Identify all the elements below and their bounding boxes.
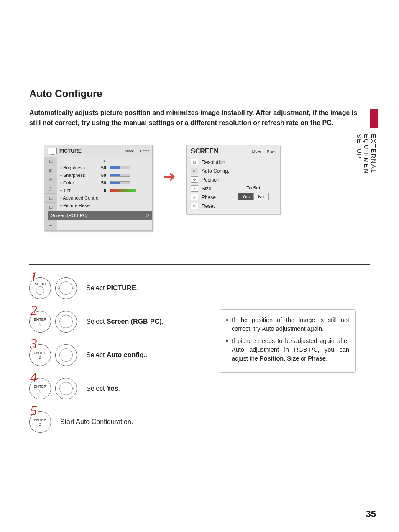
menu-item-label: • Brightness: [60, 165, 94, 170]
tip-bold: Position: [260, 355, 284, 362]
hint-enter: Enter: [140, 149, 149, 153]
screen-menu: SCREEN Move Prev. ⊞Resolution ⟳Auto Conf…: [186, 145, 280, 214]
step-text: Select PICTURE.: [86, 284, 138, 292]
menu-item-label: • Tint: [60, 188, 94, 193]
step-text: Select Screen (RGB-PC).: [86, 318, 164, 325]
screen-item-label: Phase: [202, 194, 216, 200]
slider-bar: [110, 174, 130, 177]
menu-item-label: • Sharpness: [60, 173, 94, 178]
section-label: EXTERNAL EQUIPMENT SETUP: [356, 134, 377, 179]
no-button[interactable]: No: [253, 193, 269, 200]
to-set-label: To Set: [230, 185, 276, 190]
yes-button[interactable]: Yes: [238, 193, 253, 200]
step-number: 5: [30, 403, 37, 419]
page-title: Auto Configure: [29, 88, 370, 100]
screen-menu-header: SCREEN Move Prev.: [187, 145, 280, 158]
menu-item-advanced[interactable]: • Advanced Control: [60, 194, 149, 202]
divider: [29, 264, 370, 265]
intro-text: Automatically adjusts picture position a…: [29, 108, 370, 128]
hint-move: Move: [125, 149, 134, 153]
menu-item-sharpness[interactable]: • Sharpness 50: [60, 171, 149, 179]
picture-menu-header: PICTURE Move Enter: [44, 145, 152, 157]
picture-menu-title: PICTURE: [59, 148, 82, 154]
reset-icon: ↺: [191, 203, 198, 209]
sidebar-icon: ☰: [44, 221, 57, 230]
step-number: 4: [30, 369, 37, 385]
gear-icon: ⟳: [191, 168, 198, 174]
menu-item-screen-rgbpc-selected[interactable]: Screen (RGB-PC): [48, 211, 152, 220]
tip-text: .: [326, 355, 327, 362]
phase-icon: ≋: [191, 194, 198, 200]
size-icon: ⤢: [191, 185, 198, 192]
sidebar-icon: ◴: [44, 184, 57, 194]
screen-item-label: Auto Config.: [202, 168, 229, 174]
tip-text: ,: [284, 355, 287, 362]
menu-item-value: 50: [97, 173, 106, 178]
screen-item-autoconfig[interactable]: ⟳Auto Config.: [187, 166, 280, 175]
radio-icon: [146, 214, 149, 217]
dpad-icon: ˄˅: [55, 311, 77, 332]
menu-item-label: Screen (RGB-PC): [51, 213, 88, 218]
menu-item-value: 50: [97, 165, 106, 170]
dpad-icon: ˄˅›‹: [55, 277, 77, 299]
screen-item-label: Size: [202, 186, 211, 192]
step-text: Select Auto config..: [86, 351, 148, 359]
tip-bold: Phase: [308, 355, 326, 362]
screen-item-resolution[interactable]: ⊞Resolution: [187, 158, 280, 166]
arrow-right-icon: ➜: [163, 168, 176, 185]
menu-item-label: • Advanced Control: [60, 195, 100, 200]
step-number: 1: [30, 269, 37, 285]
tip-text: or: [299, 355, 308, 362]
step-row: 1MENU˄˅›‹Select PICTURE.: [29, 277, 370, 299]
menu-item-label: • Color: [60, 180, 94, 185]
picture-menu: PICTURE Move Enter ⊞ ◐ ✱ ◴ ⊟ ⊡ ⎙ ☰: [44, 145, 153, 231]
sidebar-icon: ⊞: [44, 157, 57, 166]
menu-item-value: 50: [97, 180, 106, 185]
menu-item-value: 0: [97, 188, 106, 193]
sidebar-icon: ⊟: [44, 194, 57, 203]
accent-bar: [370, 109, 378, 128]
menu-item-label: • Picture Reset: [60, 203, 91, 208]
tip-item: If picture needs to be adjusted again af…: [226, 337, 349, 363]
screen-item-label: Position: [202, 177, 220, 183]
tip-bold: Size: [287, 355, 299, 362]
step-number: 2: [30, 302, 37, 318]
screen-menu-title: SCREEN: [191, 148, 219, 155]
menu-item-brightness[interactable]: • Brightness 50: [60, 164, 149, 171]
scroll-up-icon: ▲: [60, 159, 149, 163]
screen-item-reset[interactable]: ↺Reset: [187, 202, 280, 210]
sidebar-icon: ✱: [44, 175, 57, 184]
screen-item-label: Resolution: [202, 159, 225, 165]
slider-bar: [110, 166, 130, 169]
step-number: 3: [30, 336, 37, 352]
tips-box: If the position of the image is still no…: [220, 309, 356, 373]
dpad-icon: ›‹: [55, 378, 77, 399]
page-number: 35: [366, 509, 376, 519]
sidebar-icon: ◐: [44, 166, 57, 175]
step-row: 5ENTER⊙Start Auto Configuration.: [29, 411, 370, 433]
step-text: Start Auto Configuration.: [60, 418, 133, 426]
hint-move: Move: [252, 149, 261, 153]
step-row: 4ENTER⊙›‹Select Yes.: [29, 378, 370, 399]
screen-item-position[interactable]: ✥Position: [187, 175, 280, 184]
menu-item-color[interactable]: • Color 50: [60, 179, 149, 187]
menu-item-tint[interactable]: • Tint 0: [60, 187, 149, 194]
slider-bar: [110, 181, 130, 184]
tint-bar: [110, 189, 136, 192]
menu-item-picture-reset[interactable]: • Picture Reset: [60, 202, 149, 209]
hint-prev: Prev.: [267, 149, 276, 153]
grid-icon: ⊞: [191, 159, 198, 165]
step-text: Select Yes.: [86, 385, 120, 392]
screen-item-label: Reset: [202, 203, 215, 209]
position-icon: ✥: [191, 176, 198, 183]
tip-item: If the position of the image is still no…: [226, 316, 349, 333]
dpad-icon: ˄˅: [55, 344, 77, 366]
picture-icon: [48, 148, 57, 154]
